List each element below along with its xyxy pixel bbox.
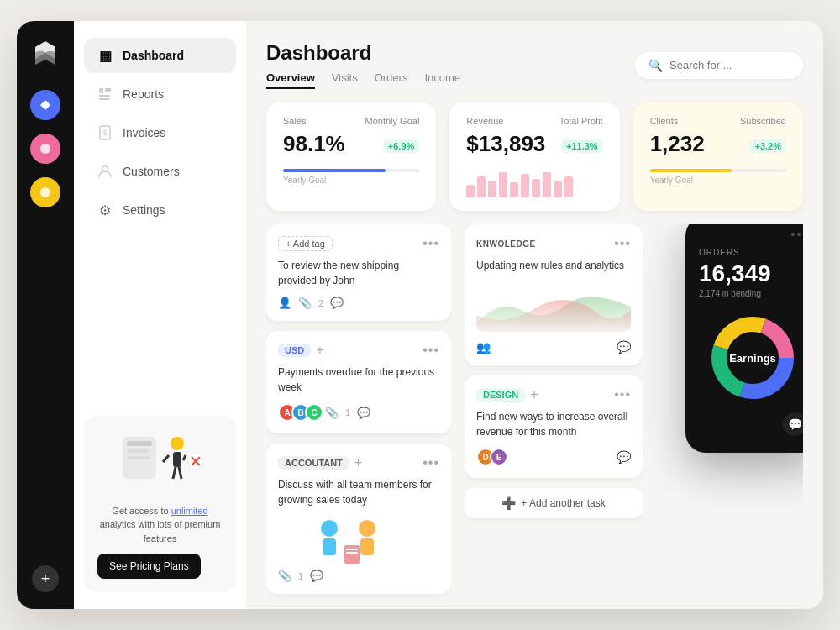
add-task-icon: ➕ [501,496,516,510]
progress-fill-clients [650,169,732,172]
stat-label-sales: Sales [283,116,307,126]
svg-line-14 [163,455,169,462]
progress-bar-clients [650,169,786,172]
promo-text: Get access to unlimited analytics with l… [97,504,223,546]
add-task-button[interactable]: ➕ + Add another task [465,488,643,518]
revenue-bar [510,182,518,197]
sidebar-item-label: Dashboard [123,49,184,62]
revenue-bar [564,176,573,197]
task-text-3: Discuss with all team members for growin… [278,477,439,507]
k-label-1: KNWOLEDGE [476,239,536,249]
stat-secondary-clients: Subscribed [740,116,786,126]
svg-point-23 [359,520,375,537]
stat-secondary-sales: Monthly Goal [365,116,420,126]
add-task-label: + Add another task [521,497,605,509]
search-bar[interactable]: 🔍 [635,52,803,79]
knowledge-menu-1[interactable]: ••• [614,236,631,251]
nav-dot-pink[interactable] [30,134,60,164]
avatars-2: A B C [278,403,318,422]
task-card-3: ACCOUTANT + ••• Discuss with all team me… [266,444,451,594]
tab-orders[interactable]: Orders [375,71,408,89]
knowledge-menu-2[interactable]: ••• [614,387,631,402]
task-menu-2[interactable]: ••• [423,343,439,358]
logo-icon [30,38,60,68]
main-content: Dashboard Overview Visits Orders Income … [246,21,823,609]
svg-rect-9 [127,441,152,446]
sidebar-item-invoices[interactable]: $ Invoices [84,115,236,150]
sidebar-item-customers[interactable]: Customers [84,154,236,189]
svg-rect-4 [99,98,110,100]
mini-bars-revenue [466,167,602,197]
add-tag-3[interactable]: + [354,455,362,470]
task-text-2: Payments overdue for the previous week [278,365,439,395]
mini-area-chart [476,281,631,332]
stat-card-sales: Sales Monthly Goal 98.1% +6.9% Yearly Go… [266,102,436,211]
revenue-bar [532,179,540,197]
paperclip-icon-3: 📎 [278,570,291,582]
svg-rect-1 [99,88,103,93]
svg-rect-24 [360,538,374,555]
watch-chat-icon[interactable]: 💬 [783,412,803,436]
promo-illustration [114,428,207,496]
stat-label-clients: Clients [650,116,679,126]
sidebar-item-reports[interactable]: Reports [84,76,236,112]
tab-overview[interactable]: Overview [266,71,315,89]
nav-dot-blue[interactable] [30,90,60,120]
knowledge-card-1: KNWOLEDGE ••• Updating new rules and ana… [465,224,643,365]
svg-rect-27 [346,552,358,554]
stat-secondary-revenue: Total Profit [559,116,603,126]
tab-visits[interactable]: Visits [332,71,358,89]
revenue-bar [521,174,529,197]
sidebar-item-label: Invoices [123,126,165,139]
tag-design: DESIGN [476,388,525,402]
stat-card-clients: Clients Subscribed 1,232 +3.2% Yearly Go… [633,102,803,211]
avatar-3: C [305,403,323,422]
svg-point-21 [321,520,338,537]
k-text-2: Find new ways to increase overall revenu… [476,409,631,439]
svg-rect-10 [127,449,148,453]
task-menu-1[interactable]: ••• [423,236,439,251]
revenue-bar [466,185,475,197]
watch-dots [699,233,803,236]
watch-bottom: 💬 [699,412,803,436]
yearly-goal-sales: Yearly Goal [283,176,419,185]
nav-dot-yellow[interactable] [30,177,60,207]
k-chat-icon-2: 💬 [617,450,631,464]
content-area: + Add tag ••• To review the new shipping… [266,224,803,609]
progress-fill-sales [283,169,386,172]
task-count-2: 1 [345,407,350,417]
svg-line-17 [179,467,181,479]
add-tag-2[interactable]: + [316,343,323,358]
stat-badge-clients: +3.2% [749,139,786,153]
sidebar-item-settings[interactable]: ⚙ Settings [84,192,236,228]
search-input[interactable] [669,59,790,71]
donut-label: Earnings [729,352,776,365]
orders-value: 16,349 [699,260,803,287]
svg-rect-13 [173,452,181,467]
chat-icon-1: 💬 [330,297,344,309]
page-title-area: Dashboard Overview Visits Orders Income [266,41,460,89]
svg-point-12 [171,437,184,450]
stat-value-clients: 1,232 [650,131,705,157]
k-avatar-2: E [490,448,508,466]
task-menu-3[interactable]: ••• [423,455,439,470]
tab-income[interactable]: Income [424,71,460,89]
stats-row: Sales Monthly Goal 98.1% +6.9% Yearly Go… [266,102,803,211]
pricing-button[interactable]: See Pricing Plans [97,554,201,579]
watch-device: ORDERS 16,349 2,174 in pending [685,224,803,453]
revenue-bar [477,176,486,197]
stat-label-revenue: Revenue [466,116,503,126]
svg-line-15 [183,455,186,460]
add-button[interactable]: + [32,565,59,592]
task-count-1: 2 [318,298,323,308]
page-title: Dashboard [266,41,460,65]
sidebar-item-dashboard[interactable]: ▦ Dashboard [84,38,236,73]
main-header: Dashboard Overview Visits Orders Income … [266,41,803,89]
icon-sidebar: + [17,21,74,609]
tab-bar: Overview Visits Orders Income [266,71,460,89]
paperclip-icon-1: 📎 [298,297,312,309]
promo-link[interactable]: unlimited [171,506,208,516]
add-tag-design[interactable]: + [530,387,538,402]
add-tag-button-1[interactable]: + Add tag [278,236,333,251]
sidebar-item-label: Reports [123,87,164,101]
